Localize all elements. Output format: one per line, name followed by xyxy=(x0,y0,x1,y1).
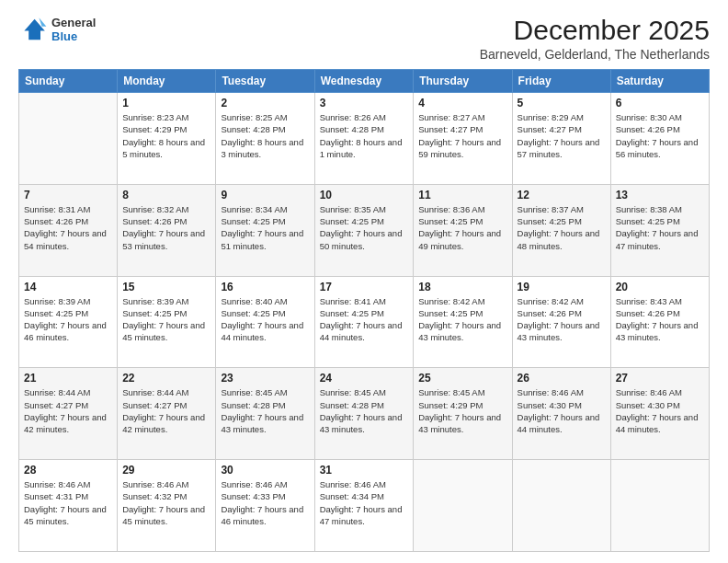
calendar-cell: 5Sunrise: 8:29 AMSunset: 4:27 PMDaylight… xyxy=(512,93,610,185)
day-info: Sunrise: 8:44 AMSunset: 4:27 PMDaylight:… xyxy=(24,386,112,435)
calendar-table: Sunday Monday Tuesday Wednesday Thursday… xyxy=(18,69,710,552)
calendar-cell: 8Sunrise: 8:32 AMSunset: 4:26 PMDaylight… xyxy=(118,184,216,276)
day-info: Sunrise: 8:44 AMSunset: 4:27 PMDaylight:… xyxy=(122,386,210,435)
week-row-2: 14Sunrise: 8:39 AMSunset: 4:25 PMDayligh… xyxy=(19,276,710,368)
day-number: 24 xyxy=(320,372,409,385)
calendar-cell: 28Sunrise: 8:46 AMSunset: 4:31 PMDayligh… xyxy=(19,460,118,552)
day-info: Sunrise: 8:32 AMSunset: 4:26 PMDaylight:… xyxy=(122,203,210,252)
day-info: Sunrise: 8:39 AMSunset: 4:25 PMDaylight:… xyxy=(122,295,210,344)
day-number: 8 xyxy=(122,189,210,201)
col-friday: Friday xyxy=(512,70,610,93)
calendar-cell: 21Sunrise: 8:44 AMSunset: 4:27 PMDayligh… xyxy=(19,368,118,460)
main-title: December 2025 xyxy=(480,15,710,45)
header-row: Sunday Monday Tuesday Wednesday Thursday… xyxy=(19,70,710,93)
calendar-cell xyxy=(19,93,118,185)
day-info: Sunrise: 8:36 AMSunset: 4:25 PMDaylight:… xyxy=(418,203,506,252)
day-number: 26 xyxy=(518,372,606,385)
day-number: 3 xyxy=(320,97,409,109)
day-info: Sunrise: 8:25 AMSunset: 4:28 PMDaylight:… xyxy=(221,111,309,160)
logo-icon xyxy=(18,15,48,44)
day-info: Sunrise: 8:39 AMSunset: 4:25 PMDaylight:… xyxy=(24,295,112,344)
day-info: Sunrise: 8:37 AMSunset: 4:25 PMDaylight:… xyxy=(518,203,606,252)
day-info: Sunrise: 8:26 AMSunset: 4:28 PMDaylight:… xyxy=(320,111,409,160)
title-block: December 2025 Barneveld, Gelderland, The… xyxy=(480,15,710,62)
logo-text: General Blue xyxy=(51,16,96,43)
day-number: 17 xyxy=(320,281,409,293)
col-monday: Monday xyxy=(118,70,216,93)
calendar-cell: 30Sunrise: 8:46 AMSunset: 4:33 PMDayligh… xyxy=(216,460,314,552)
day-info: Sunrise: 8:42 AMSunset: 4:25 PMDaylight:… xyxy=(418,295,506,344)
day-info: Sunrise: 8:30 AMSunset: 4:26 PMDaylight:… xyxy=(616,111,704,160)
col-sunday: Sunday xyxy=(19,70,118,93)
subtitle: Barneveld, Gelderland, The Netherlands xyxy=(480,47,710,62)
svg-marker-1 xyxy=(39,17,46,27)
day-number: 19 xyxy=(518,281,606,293)
calendar-cell: 29Sunrise: 8:46 AMSunset: 4:32 PMDayligh… xyxy=(118,460,216,552)
day-info: Sunrise: 8:43 AMSunset: 4:26 PMDaylight:… xyxy=(616,295,704,344)
calendar-cell: 9Sunrise: 8:34 AMSunset: 4:25 PMDaylight… xyxy=(216,184,314,276)
day-info: Sunrise: 8:46 AMSunset: 4:31 PMDaylight:… xyxy=(24,478,112,527)
day-number: 28 xyxy=(24,464,112,477)
calendar-cell: 22Sunrise: 8:44 AMSunset: 4:27 PMDayligh… xyxy=(118,368,216,460)
col-wednesday: Wednesday xyxy=(314,70,414,93)
calendar-cell xyxy=(610,460,709,552)
calendar-cell: 17Sunrise: 8:41 AMSunset: 4:25 PMDayligh… xyxy=(314,276,414,368)
day-number: 7 xyxy=(24,189,112,201)
col-saturday: Saturday xyxy=(610,70,709,93)
week-row-4: 28Sunrise: 8:46 AMSunset: 4:31 PMDayligh… xyxy=(19,460,710,552)
calendar-cell xyxy=(414,460,512,552)
day-info: Sunrise: 8:40 AMSunset: 4:25 PMDaylight:… xyxy=(221,295,309,344)
calendar-cell: 13Sunrise: 8:38 AMSunset: 4:25 PMDayligh… xyxy=(610,184,709,276)
calendar-cell: 16Sunrise: 8:40 AMSunset: 4:25 PMDayligh… xyxy=(216,276,314,368)
day-info: Sunrise: 8:46 AMSunset: 4:33 PMDaylight:… xyxy=(221,478,309,527)
day-number: 18 xyxy=(418,281,506,293)
day-number: 29 xyxy=(122,464,210,477)
day-number: 21 xyxy=(24,372,112,385)
day-number: 14 xyxy=(24,281,112,293)
day-info: Sunrise: 8:41 AMSunset: 4:25 PMDaylight:… xyxy=(320,295,409,344)
day-number: 25 xyxy=(418,372,506,385)
day-info: Sunrise: 8:42 AMSunset: 4:26 PMDaylight:… xyxy=(518,295,606,344)
calendar-cell: 24Sunrise: 8:45 AMSunset: 4:28 PMDayligh… xyxy=(314,368,414,460)
day-number: 27 xyxy=(616,372,704,385)
calendar-cell: 2Sunrise: 8:25 AMSunset: 4:28 PMDaylight… xyxy=(216,93,314,185)
calendar-cell: 27Sunrise: 8:46 AMSunset: 4:30 PMDayligh… xyxy=(610,368,709,460)
day-number: 15 xyxy=(122,281,210,293)
day-info: Sunrise: 8:46 AMSunset: 4:32 PMDaylight:… xyxy=(122,478,210,527)
col-tuesday: Tuesday xyxy=(216,70,314,93)
day-number: 2 xyxy=(221,97,309,109)
day-info: Sunrise: 8:34 AMSunset: 4:25 PMDaylight:… xyxy=(221,203,309,252)
day-number: 20 xyxy=(616,281,704,293)
calendar-cell: 20Sunrise: 8:43 AMSunset: 4:26 PMDayligh… xyxy=(610,276,709,368)
day-info: Sunrise: 8:45 AMSunset: 4:28 PMDaylight:… xyxy=(221,386,309,435)
day-number: 4 xyxy=(418,97,506,109)
week-row-3: 21Sunrise: 8:44 AMSunset: 4:27 PMDayligh… xyxy=(19,368,710,460)
day-info: Sunrise: 8:46 AMSunset: 4:30 PMDaylight:… xyxy=(518,386,606,435)
day-number: 12 xyxy=(518,189,606,201)
calendar-cell: 10Sunrise: 8:35 AMSunset: 4:25 PMDayligh… xyxy=(314,184,414,276)
calendar-cell: 11Sunrise: 8:36 AMSunset: 4:25 PMDayligh… xyxy=(414,184,512,276)
day-info: Sunrise: 8:27 AMSunset: 4:27 PMDaylight:… xyxy=(418,111,506,160)
day-number: 5 xyxy=(518,97,606,109)
day-info: Sunrise: 8:29 AMSunset: 4:27 PMDaylight:… xyxy=(518,111,606,160)
day-number: 22 xyxy=(122,372,210,385)
week-row-1: 7Sunrise: 8:31 AMSunset: 4:26 PMDaylight… xyxy=(19,184,710,276)
day-info: Sunrise: 8:46 AMSunset: 4:34 PMDaylight:… xyxy=(320,478,409,527)
day-info: Sunrise: 8:31 AMSunset: 4:26 PMDaylight:… xyxy=(24,203,112,252)
day-number: 13 xyxy=(616,189,704,201)
calendar-cell: 6Sunrise: 8:30 AMSunset: 4:26 PMDaylight… xyxy=(610,93,709,185)
day-number: 31 xyxy=(320,464,409,477)
day-info: Sunrise: 8:38 AMSunset: 4:25 PMDaylight:… xyxy=(616,203,704,252)
day-number: 9 xyxy=(221,189,309,201)
calendar-cell: 26Sunrise: 8:46 AMSunset: 4:30 PMDayligh… xyxy=(512,368,610,460)
day-number: 30 xyxy=(221,464,309,477)
day-info: Sunrise: 8:45 AMSunset: 4:28 PMDaylight:… xyxy=(320,386,409,435)
day-info: Sunrise: 8:23 AMSunset: 4:29 PMDaylight:… xyxy=(122,111,210,160)
day-number: 16 xyxy=(221,281,309,293)
day-number: 11 xyxy=(418,189,506,201)
header: General Blue December 2025 Barneveld, Ge… xyxy=(18,15,710,62)
calendar-cell: 7Sunrise: 8:31 AMSunset: 4:26 PMDaylight… xyxy=(19,184,118,276)
calendar-cell xyxy=(512,460,610,552)
page: General Blue December 2025 Barneveld, Ge… xyxy=(0,0,728,563)
calendar-cell: 14Sunrise: 8:39 AMSunset: 4:25 PMDayligh… xyxy=(19,276,118,368)
